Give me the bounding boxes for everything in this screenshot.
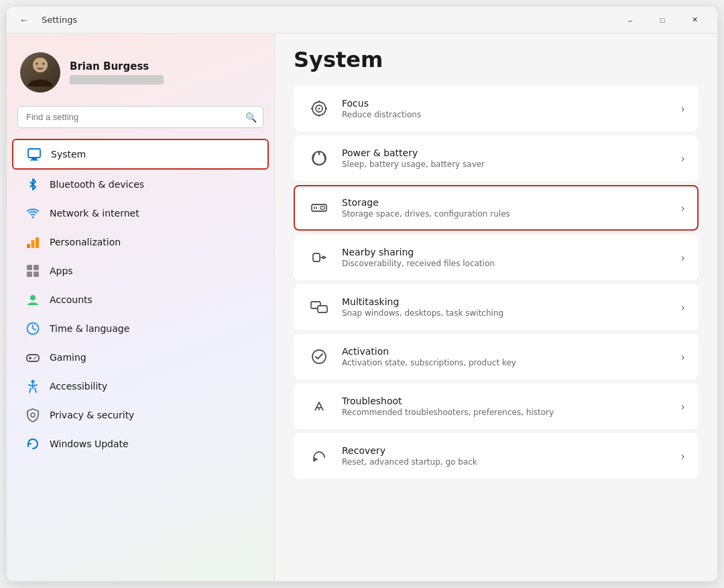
svg-rect-9 [32, 240, 35, 248]
sidebar-item-label-system: System [51, 149, 86, 160]
svg-rect-14 [34, 272, 39, 277]
settings-item-activation[interactable]: Activation Activation state, subscriptio… [294, 334, 699, 379]
title-bar: ← Settings – □ ✕ [7, 7, 717, 34]
sidebar-item-label-apps: Apps [50, 266, 73, 276]
sidebar-item-accessibility[interactable]: Accessibility [12, 372, 269, 400]
multitasking-text: Multitasking Snap windows, desktops, tas… [342, 296, 670, 318]
accounts-icon [25, 292, 40, 307]
user-name: Brian Burgess [70, 60, 164, 72]
bluetooth-icon [25, 177, 40, 192]
nearby-icon [307, 245, 331, 270]
power-icon [307, 146, 331, 170]
settings-item-storage[interactable]: Storage Storage space, drives, configura… [294, 185, 699, 231]
multitasking-icon [307, 295, 331, 319]
svg-point-22 [32, 380, 35, 384]
apps-icon [25, 263, 40, 278]
multitasking-title: Multitasking [342, 296, 670, 307]
svg-rect-40 [318, 306, 327, 312]
svg-rect-36 [320, 207, 324, 209]
search-icon: 🔍 [245, 112, 257, 123]
troubleshoot-desc: Recommended troubleshooters, preferences… [342, 408, 670, 417]
svg-rect-13 [27, 272, 32, 277]
settings-item-power[interactable]: Power & battery Sleep, battery usage, ba… [294, 135, 699, 181]
storage-title: Storage [342, 197, 670, 208]
svg-point-20 [35, 357, 36, 358]
svg-rect-11 [27, 265, 32, 270]
window-controls: – □ ✕ [615, 9, 709, 31]
storage-arrow: › [681, 202, 685, 215]
activation-arrow: › [681, 351, 685, 363]
focus-icon [307, 97, 331, 121]
update-icon [25, 436, 40, 451]
sidebar-item-label-accessibility: Accessibility [50, 381, 107, 392]
svg-point-7 [32, 217, 34, 219]
sidebar-item-gaming[interactable]: Gaming [12, 343, 269, 371]
sidebar-item-bluetooth[interactable]: Bluetooth & devices [12, 170, 269, 198]
settings-item-focus[interactable]: Focus Reduce distractions › [294, 86, 699, 131]
nearby-desc: Discoverability, received files location [342, 259, 670, 268]
system-icon [27, 147, 42, 162]
personalization-icon [25, 235, 40, 249]
svg-rect-8 [27, 244, 30, 248]
troubleshoot-arrow: › [681, 400, 685, 413]
user-info: Brian Burgess [70, 60, 164, 84]
svg-rect-4 [28, 149, 40, 158]
nav-list: System Bluetooth & devices [7, 139, 274, 458]
activation-desc: Activation state, subscriptions, product… [342, 358, 670, 367]
settings-window: ← Settings – □ ✕ [7, 7, 717, 581]
sidebar-item-network[interactable]: Network & internet [12, 199, 269, 227]
sidebar-item-privacy[interactable]: Privacy & security [12, 401, 269, 429]
settings-item-multitasking[interactable]: Multitasking Snap windows, desktops, tas… [294, 284, 699, 330]
svg-point-23 [31, 413, 35, 417]
svg-rect-5 [32, 158, 37, 160]
svg-point-26 [318, 108, 320, 110]
sidebar-item-accounts[interactable]: Accounts [12, 286, 269, 314]
recovery-icon [307, 444, 331, 468]
svg-rect-37 [313, 253, 320, 261]
accessibility-icon [25, 379, 40, 394]
storage-desc: Storage space, drives, configuration rul… [342, 209, 670, 219]
sidebar-item-system[interactable]: System [12, 139, 269, 170]
app-title: Settings [42, 15, 77, 25]
sidebar-item-update[interactable]: Windows Update [12, 430, 269, 458]
sidebar-item-label-privacy: Privacy & security [50, 410, 134, 420]
settings-item-troubleshoot[interactable]: Troubleshoot Recommended troubleshooters… [294, 384, 699, 429]
sidebar-item-personalization[interactable]: Personalization [12, 228, 269, 256]
sidebar-item-apps[interactable]: Apps [12, 257, 269, 285]
main-panel: System [275, 34, 717, 581]
svg-rect-12 [34, 265, 39, 270]
svg-rect-17 [27, 355, 39, 361]
avatar-svg [27, 56, 54, 89]
close-button[interactable]: ✕ [680, 9, 709, 31]
privacy-icon [25, 408, 40, 422]
maximize-button[interactable]: □ [648, 9, 677, 31]
back-button[interactable]: ← [15, 11, 34, 30]
svg-point-2 [36, 63, 38, 65]
settings-item-recovery[interactable]: Recovery Reset, advanced startup, go bac… [294, 433, 699, 479]
sidebar-item-time[interactable]: Time & language [12, 314, 269, 343]
title-bar-left: ← Settings [15, 11, 77, 30]
nearby-text: Nearby sharing Discoverability, received… [342, 247, 670, 268]
gaming-icon [25, 350, 40, 365]
sidebar-item-label-personalization: Personalization [50, 237, 121, 247]
settings-item-nearby[interactable]: Nearby sharing Discoverability, received… [294, 235, 699, 280]
multitasking-desc: Snap windows, desktops, task switching [342, 308, 670, 318]
main-content: Brian Burgess 🔍 [7, 34, 717, 581]
nearby-arrow: › [681, 251, 685, 264]
storage-icon [307, 196, 331, 220]
search-box: 🔍 [17, 106, 263, 128]
settings-list: Focus Reduce distractions › [294, 86, 699, 479]
svg-point-1 [33, 58, 48, 72]
sidebar: Brian Burgess 🔍 [7, 34, 275, 581]
activation-text: Activation Activation state, subscriptio… [342, 346, 670, 367]
minimize-button[interactable]: – [615, 9, 645, 31]
recovery-arrow: › [681, 450, 685, 463]
search-input[interactable] [17, 106, 263, 128]
user-email-blur [70, 75, 164, 84]
svg-point-15 [30, 295, 36, 300]
focus-title: Focus [342, 98, 670, 109]
svg-rect-6 [30, 160, 38, 161]
sidebar-item-label-accounts: Accounts [50, 294, 93, 305]
network-icon [25, 206, 40, 221]
troubleshoot-title: Troubleshoot [342, 396, 670, 406]
